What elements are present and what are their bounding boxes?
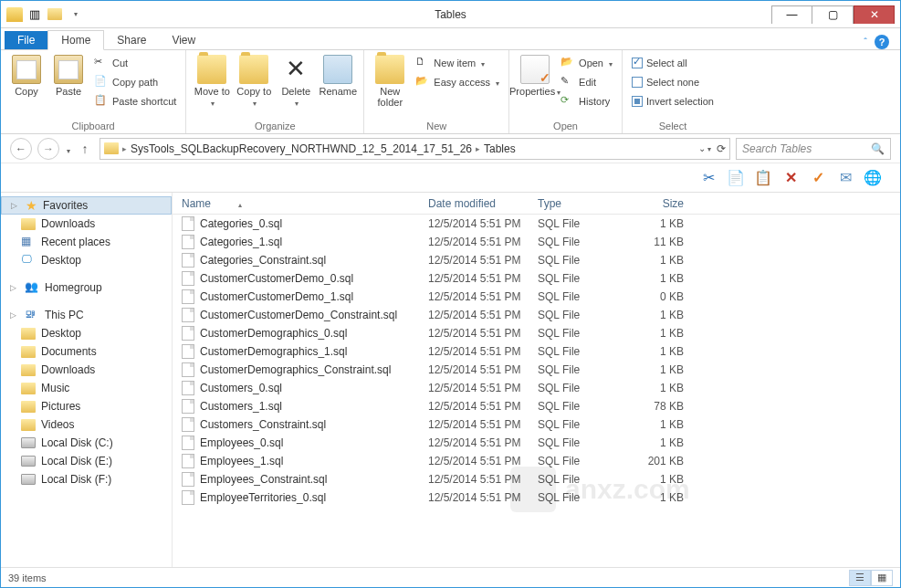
tb-delete-icon[interactable]: ✕ — [781, 169, 800, 187]
nav-downloads[interactable]: Downloads — [1, 215, 172, 233]
nav-back-button[interactable]: ← — [10, 138, 32, 160]
nav-homegroup[interactable]: ▷👥Homegroup — [1, 278, 172, 297]
file-row[interactable]: Categories_0.sql12/5/2014 5:51 PMSQL Fil… — [173, 215, 900, 233]
nav-up-button[interactable]: ↑ — [76, 142, 94, 156]
nav-recent[interactable]: ▦Recent places — [1, 233, 172, 251]
open-button[interactable]: 📂Open — [557, 53, 616, 72]
search-input[interactable]: Search Tables 🔍 — [736, 138, 891, 160]
nav-local-e[interactable]: Local Disk (E:) — [1, 452, 172, 470]
tab-view[interactable]: View — [159, 31, 208, 49]
file-icon — [182, 399, 194, 414]
close-button[interactable]: ✕ — [854, 5, 895, 24]
file-date: 12/5/2014 5:51 PM — [428, 345, 538, 358]
minimize-button[interactable]: — — [771, 5, 812, 24]
copy-to-button[interactable]: Copy to — [234, 53, 274, 111]
nav-pc-desktop[interactable]: Desktop — [1, 324, 172, 342]
select-all-button[interactable]: Select all — [628, 53, 718, 72]
file-icon — [182, 417, 194, 432]
breadcrumb-parent[interactable]: SysTools_SQLBackupRecovery_NORTHWND_12_5… — [131, 142, 472, 155]
invert-selection-button[interactable]: Invert selection — [628, 91, 718, 110]
nav-music[interactable]: Music — [1, 379, 172, 397]
qat-new-folder-icon[interactable] — [47, 5, 63, 25]
file-type: SQL File — [538, 400, 629, 413]
nav-pc-downloads[interactable]: Downloads — [1, 361, 172, 379]
cut-button[interactable]: ✂Cut — [90, 53, 180, 72]
properties-button[interactable]: Properties — [515, 53, 555, 100]
ribbon-collapse-icon[interactable]: ˆ — [864, 37, 867, 47]
nav-documents[interactable]: Documents — [1, 342, 172, 361]
easy-access-button[interactable]: 📂Easy access — [412, 72, 503, 91]
app-folder-icon — [6, 7, 23, 22]
qat-properties-icon[interactable]: ▥ — [26, 5, 43, 25]
help-icon[interactable]: ? — [875, 35, 889, 49]
address-dropdown[interactable]: ⌄ — [698, 143, 711, 153]
file-row[interactable]: Customers_0.sql12/5/2014 5:51 PMSQL File… — [173, 379, 900, 397]
tab-home[interactable]: Home — [47, 30, 104, 50]
tab-file[interactable]: File — [5, 31, 47, 49]
file-row[interactable]: CustomerCustomerDemo_1.sql12/5/2014 5:51… — [173, 288, 900, 306]
column-type[interactable]: Type — [538, 197, 629, 210]
new-item-button[interactable]: 🗋New item — [412, 53, 503, 72]
column-name[interactable]: Name — [173, 197, 428, 210]
edit-button[interactable]: ✎Edit — [557, 72, 616, 91]
tb-scissors-icon[interactable]: ✂ — [699, 169, 718, 187]
file-rows-container: Categories_0.sql12/5/2014 5:51 PMSQL Fil… — [173, 215, 900, 507]
file-name: Customers_1.sql — [200, 400, 282, 413]
file-row[interactable]: EmployeeTerritories_0.sql12/5/2014 5:51 … — [173, 488, 900, 507]
refresh-button[interactable]: ⟳ — [717, 142, 726, 155]
rename-button[interactable]: Rename — [318, 53, 358, 99]
column-size[interactable]: Size — [629, 197, 702, 210]
nav-videos[interactable]: Videos — [1, 415, 172, 434]
file-row[interactable]: CustomerDemographics_0.sql12/5/2014 5:51… — [173, 324, 900, 342]
maximize-button[interactable]: ▢ — [812, 5, 854, 24]
nav-desktop[interactable]: 🖵Desktop — [1, 251, 172, 269]
view-icons-button[interactable]: ▦ — [871, 570, 893, 586]
easy-access-icon: 📂 — [415, 75, 430, 89]
file-row[interactable]: Customers_1.sql12/5/2014 5:51 PMSQL File… — [173, 397, 900, 415]
tb-globe-icon[interactable]: 🌐 — [864, 169, 882, 187]
delete-button[interactable]: ✕ Delete — [276, 53, 316, 111]
tab-share[interactable]: Share — [104, 31, 159, 49]
file-name: Employees_Constraint.sql — [200, 473, 327, 486]
file-row[interactable]: CustomerCustomerDemo_0.sql12/5/2014 5:51… — [173, 269, 900, 288]
copy-button[interactable]: Copy — [6, 53, 47, 99]
paste-shortcut-button[interactable]: 📋Paste shortcut — [90, 91, 180, 110]
select-none-icon — [632, 77, 643, 88]
tb-copy-icon[interactable]: 📄 — [727, 169, 745, 187]
file-row[interactable]: CustomerCustomerDemo_Constraint.sql12/5/… — [173, 306, 900, 324]
file-row[interactable]: Employees_1.sql12/5/2014 5:51 PMSQL File… — [173, 452, 900, 470]
nav-recent-dropdown[interactable] — [65, 141, 70, 157]
file-row[interactable]: Customers_Constraint.sql12/5/2014 5:51 P… — [173, 415, 900, 434]
nav-favorites[interactable]: ▷★Favorites — [1, 196, 172, 215]
nav-local-f[interactable]: Local Disk (F:) — [1, 470, 172, 488]
new-folder-icon — [375, 55, 404, 84]
file-row[interactable]: Employees_Constraint.sql12/5/2014 5:51 P… — [173, 470, 900, 488]
nav-forward-button[interactable]: → — [37, 138, 59, 160]
paste-button[interactable]: Paste — [48, 53, 89, 99]
nav-local-c[interactable]: Local Disk (C:) — [1, 434, 172, 452]
file-row[interactable]: Employees_0.sql12/5/2014 5:51 PMSQL File… — [173, 434, 900, 452]
history-button[interactable]: ⟳History — [557, 91, 616, 110]
select-none-button[interactable]: Select none — [628, 72, 718, 91]
view-details-button[interactable]: ☰ — [849, 570, 871, 586]
qat-dropdown[interactable] — [67, 5, 83, 25]
address-bar[interactable]: ▸ SysTools_SQLBackupRecovery_NORTHWND_12… — [100, 138, 730, 160]
file-row[interactable]: CustomerDemographics_Constraint.sql12/5/… — [173, 361, 900, 379]
breadcrumb-current[interactable]: Tables — [484, 142, 516, 155]
tb-mail-icon[interactable]: ✉ — [836, 169, 854, 187]
nav-pictures[interactable]: Pictures — [1, 397, 172, 415]
file-row[interactable]: CustomerDemographics_1.sql12/5/2014 5:51… — [173, 342, 900, 361]
file-row[interactable]: Categories_Constraint.sql12/5/2014 5:51 … — [173, 251, 900, 269]
copy-path-button[interactable]: 📄Copy path — [90, 72, 180, 91]
move-to-button[interactable]: Move to — [192, 53, 232, 111]
file-name: Categories_Constraint.sql — [200, 254, 326, 267]
file-row[interactable]: Categories_1.sql12/5/2014 5:51 PMSQL Fil… — [173, 233, 900, 251]
nav-thispc[interactable]: ▷🖳This PC — [1, 306, 172, 324]
file-name: EmployeeTerritories_0.sql — [200, 491, 326, 504]
tb-check-icon[interactable]: ✓ — [809, 169, 827, 187]
new-folder-button[interactable]: New folder — [370, 53, 410, 110]
tb-clipboard-icon[interactable]: 📋 — [754, 169, 772, 187]
column-date[interactable]: Date modified — [428, 197, 538, 210]
ribbon-group-select: Select all Select none Invert selection … — [623, 50, 723, 133]
file-date: 12/5/2014 5:51 PM — [428, 436, 538, 449]
